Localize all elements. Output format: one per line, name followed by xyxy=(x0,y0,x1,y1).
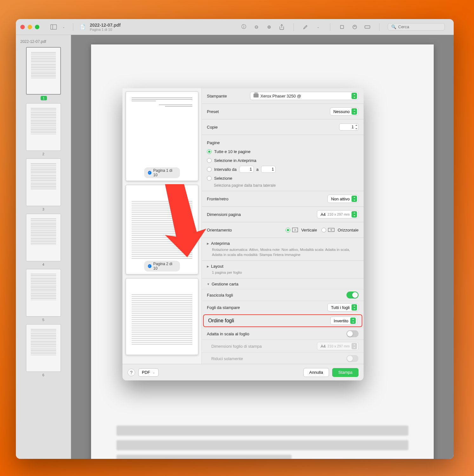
orientation-label: Orientamento xyxy=(207,228,247,232)
paper-handling-disclosure[interactable]: ▼ Gestione carta xyxy=(202,282,364,289)
portrait-icon xyxy=(292,228,298,232)
collate-toggle[interactable] xyxy=(346,292,359,298)
print-button[interactable]: Stampa xyxy=(332,368,359,377)
dropdown-arrows-icon xyxy=(352,343,357,349)
pages-label: Pagine xyxy=(207,140,247,145)
thumbnail-number: 1 xyxy=(41,96,47,100)
anteprima-summary: Rotazione automatica: Attivo, Mostra not… xyxy=(212,247,359,257)
collate-label: Fascicola fogli xyxy=(207,293,233,298)
range-to-input[interactable] xyxy=(261,166,276,173)
close-window-button[interactable] xyxy=(20,25,25,29)
pages-selection-hint: Seleziona pagine dalla barra laterale xyxy=(214,183,359,188)
sheets-to-print-label: Fogli da stampare xyxy=(207,305,240,310)
layout-summary: 1 pagina per foglio xyxy=(212,270,359,275)
chevron-right-icon: ▶ xyxy=(207,265,209,268)
thumbnail-number: 4 xyxy=(26,263,61,266)
sidebar-thumbnail[interactable]: 6 xyxy=(26,324,61,377)
sidebar-doc-title: 2022-12-07.pdf xyxy=(16,38,71,47)
layout-disclosure[interactable]: ▶ Layout xyxy=(207,264,359,269)
rotate-icon[interactable] xyxy=(339,23,346,30)
scale-to-fit-label: Adatta in scala al foglio xyxy=(207,332,249,336)
markup-icon[interactable] xyxy=(351,23,358,30)
page-order-label: Ordine fogli xyxy=(208,318,234,324)
orientation-landscape-radio[interactable] xyxy=(321,228,326,232)
svg-rect-2 xyxy=(340,25,344,29)
printer-label: Stampante xyxy=(207,94,247,98)
check-icon xyxy=(148,171,151,175)
pages-preview-selection-label: Selezione in Anteprima xyxy=(214,158,256,163)
pages-range-to-label: a xyxy=(256,167,259,172)
zoom-out-icon[interactable]: ⊖ xyxy=(253,23,260,30)
highlight-dropdown-icon[interactable]: ⌄ xyxy=(315,23,322,30)
preset-select[interactable]: Nessuno xyxy=(330,107,359,116)
check-icon xyxy=(148,264,151,268)
zoom-in-icon[interactable]: ⊕ xyxy=(266,23,273,30)
pdf-dropdown-button[interactable]: PDF ⌄ xyxy=(138,368,159,377)
sidebar-thumbnail[interactable]: 3 xyxy=(26,158,61,211)
sidebar-thumbnail[interactable]: 4 xyxy=(26,214,61,266)
pages-range-radio[interactable] xyxy=(207,167,212,172)
sidebar-thumbnail[interactable]: 1 xyxy=(26,47,61,101)
help-button[interactable]: ? xyxy=(128,369,135,376)
dropdown-arrows-icon xyxy=(352,93,357,99)
document-icon: 📄 xyxy=(79,23,86,30)
sidebar-thumbnail[interactable]: 2 xyxy=(26,103,61,156)
pages-selection-label: Selezione xyxy=(214,176,232,181)
dropdown-arrows-icon xyxy=(352,108,357,115)
sheets-to-print-select[interactable]: Tutti i fogli xyxy=(327,303,359,312)
printer-select[interactable]: Xerox Phaser 3250 @ xyxy=(250,92,359,100)
sidebar-dropdown-icon[interactable]: ⌄ xyxy=(60,23,67,30)
pages-selection-radio[interactable] xyxy=(207,176,212,181)
thumbnail-number: 2 xyxy=(26,152,61,156)
print-preview-page-3[interactable] xyxy=(126,278,198,355)
info-icon[interactable]: ⓘ xyxy=(240,23,247,30)
orientation-landscape-label: Orizzontale xyxy=(338,228,359,232)
dialog-footer: ? PDF ⌄ Annulla Stampa xyxy=(122,364,364,380)
copies-input[interactable] xyxy=(339,124,356,131)
crop-icon[interactable] xyxy=(364,23,371,30)
print-preview-page-2[interactable]: Pagina 2 di 10 xyxy=(126,185,198,274)
highlight-icon[interactable] xyxy=(302,23,309,30)
pages-preview-selection-radio[interactable] xyxy=(207,158,212,163)
orientation-portrait-radio[interactable] xyxy=(286,228,290,232)
share-icon[interactable] xyxy=(278,23,285,30)
search-field[interactable]: 🔍 xyxy=(388,23,445,30)
print-sheet-size-label: Dimensioni foglio di stampa xyxy=(207,344,262,349)
dropdown-arrows-icon xyxy=(352,211,357,218)
chevron-down-icon: ⌄ xyxy=(153,371,155,374)
print-sheet-size-select: A4 210 x 297 mm xyxy=(317,342,359,350)
sidebar-thumbnail[interactable]: 5 xyxy=(26,269,61,322)
duplex-select[interactable]: Non attivo xyxy=(327,195,359,203)
duplex-label: Fronte/retro xyxy=(207,197,247,201)
minimize-window-button[interactable] xyxy=(28,25,32,29)
sidebar-toggle-icon[interactable] xyxy=(50,23,57,30)
search-input[interactable] xyxy=(398,24,441,29)
reduce-only-toggle xyxy=(346,355,359,362)
svg-rect-0 xyxy=(51,24,57,29)
print-preview-page-1[interactable]: Pagina 1 di 10 xyxy=(126,91,198,181)
dropdown-arrows-icon xyxy=(352,196,357,202)
cancel-button[interactable]: Annulla xyxy=(303,368,329,377)
preview-page-label: Pagina 2 di 10 xyxy=(153,262,176,271)
scale-to-fit-toggle[interactable] xyxy=(346,330,359,337)
copies-stepper[interactable] xyxy=(354,124,359,131)
search-icon: 🔍 xyxy=(391,24,396,29)
pages-all-radio[interactable] xyxy=(207,149,212,154)
thumbnail-number: 6 xyxy=(26,373,61,377)
print-dialog: Pagina 1 di 10 Pagina 2 di 10 Stampante xyxy=(122,88,364,380)
page-order-select[interactable]: Invertito xyxy=(330,317,357,325)
pages-all-label: Tutte e 10 le pagine xyxy=(214,149,250,154)
thumbnail-number: 5 xyxy=(26,318,61,322)
svg-point-3 xyxy=(353,25,357,29)
maximize-window-button[interactable] xyxy=(35,25,39,29)
chevron-right-icon: ▶ xyxy=(207,242,209,245)
anteprima-disclosure[interactable]: ▶ Anteprima xyxy=(207,241,359,246)
thumbnails-sidebar: 2022-12-07.pdf 123456 xyxy=(16,35,71,459)
range-from-input[interactable] xyxy=(239,166,254,173)
page-size-select[interactable]: A4 210 x 297 mm xyxy=(317,210,359,218)
svg-rect-4 xyxy=(365,26,370,28)
dropdown-arrows-icon xyxy=(350,318,356,324)
thumbnail-number: 3 xyxy=(26,207,61,211)
document-filename: 2022-12-07.pdf xyxy=(90,23,121,28)
orientation-portrait-label: Verticale xyxy=(301,228,317,232)
